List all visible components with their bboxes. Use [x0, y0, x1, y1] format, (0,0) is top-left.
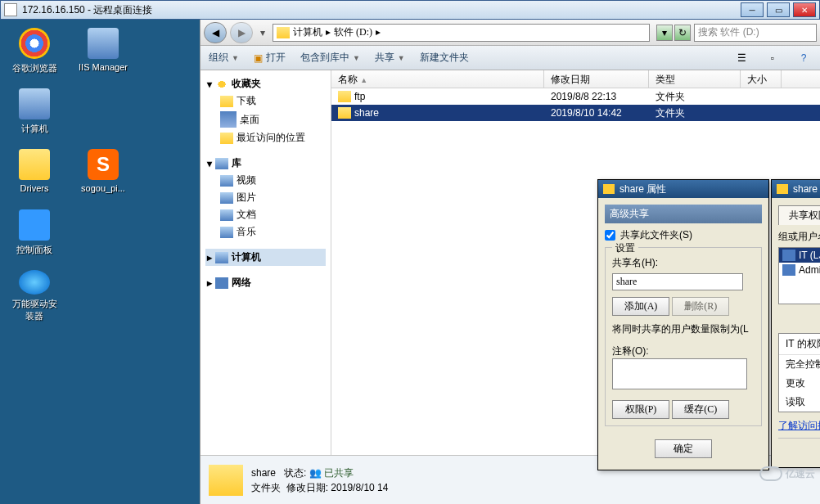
- perm-row-change: 更改: [779, 374, 820, 393]
- toolbar-new-folder[interactable]: 新建文件夹: [420, 51, 469, 65]
- permissions-dialog: share 的权限 共享权限 组或用户名(G): IT (LJQ\IT) Adm…: [771, 179, 820, 468]
- col-type[interactable]: 类型: [649, 70, 741, 88]
- status-state-value: 已共享: [324, 467, 354, 479]
- tree-pictures[interactable]: 图片: [205, 189, 326, 206]
- address-dropdown[interactable]: ▾: [656, 25, 673, 41]
- help-button[interactable]: ?: [795, 50, 812, 66]
- desktop-icon-sogou[interactable]: Ssogou_pi...: [77, 149, 129, 201]
- rdp-icon: [4, 3, 17, 16]
- desktop-icon-computer[interactable]: 计算机: [8, 88, 61, 141]
- status-state-label: 状态:: [284, 467, 306, 479]
- advanced-sharing-dialog: share 属性 高级共享 共享此文件夹(S) 设置 共享名(H): 添加(A)…: [597, 179, 769, 470]
- toolbar-include-lib[interactable]: 包含到库中▼: [300, 51, 360, 65]
- file-row-share[interactable]: share 2019/8/10 14:42 文件夹: [331, 105, 820, 121]
- nav-history-dropdown[interactable]: ▾: [256, 25, 269, 40]
- learn-more-link[interactable]: 了解访问控制和权限: [778, 419, 820, 433]
- user-row-it[interactable]: IT (LJQ\IT): [779, 248, 820, 263]
- perm-row-full-control: 完全控制: [779, 355, 820, 374]
- share-name-label: 共享名(H):: [612, 256, 755, 270]
- col-name[interactable]: 名称 ▲: [331, 70, 544, 88]
- comment-label: 注释(O):: [612, 344, 755, 358]
- breadcrumb-segment-drive[interactable]: 软件 (D:): [334, 25, 372, 39]
- watermark: 亿速云: [759, 466, 815, 481]
- perm-tab-share[interactable]: 共享权限: [778, 205, 820, 225]
- col-size[interactable]: 大小: [741, 70, 782, 88]
- tree-downloads[interactable]: 下载: [205, 92, 326, 110]
- toolbar-open[interactable]: ▣打开: [254, 51, 286, 65]
- status-folder-icon: [209, 465, 243, 496]
- refresh-button[interactable]: ↻: [674, 25, 691, 41]
- perm-dialog-title-bar[interactable]: share 的权限: [772, 180, 820, 198]
- explorer-tree[interactable]: ▾收藏夹 下载 桌面 最近访问的位置 ▾库 视频 图片 文档 音乐 ▸计算机 ▸…: [200, 70, 331, 455]
- perm-dialog-title: share 的权限: [793, 182, 820, 196]
- comment-textarea[interactable]: [612, 358, 747, 389]
- status-type: 文件夹: [251, 482, 281, 493]
- tree-favorites[interactable]: ▾收藏夹: [205, 75, 326, 92]
- breadcrumb-segment-computer[interactable]: 计算机: [293, 25, 322, 39]
- tree-computer[interactable]: ▸计算机: [205, 249, 326, 266]
- nav-forward-button[interactable]: ▶: [230, 22, 253, 43]
- preview-pane-button[interactable]: ▫: [764, 50, 781, 66]
- rdp-title: 172.16.16.150 - 远程桌面连接: [22, 3, 741, 17]
- rdp-title-bar: 172.16.16.150 - 远程桌面连接 ─ ▭ ✕: [0, 0, 820, 20]
- tree-recent[interactable]: 最近访问的位置: [205, 129, 326, 146]
- col-date[interactable]: 修改日期: [544, 70, 649, 88]
- adv-ok-button[interactable]: 确定: [655, 439, 712, 458]
- folder-icon: [338, 91, 351, 102]
- folder-icon: [338, 107, 351, 119]
- folder-icon: [603, 184, 615, 194]
- minimize-button[interactable]: ─: [741, 2, 764, 17]
- permissions-button[interactable]: 权限(P): [612, 400, 669, 419]
- folder-icon: [277, 27, 290, 38]
- adv-sub-title: 高级共享: [605, 205, 762, 223]
- toolbar-organize[interactable]: 组织▼: [209, 51, 239, 65]
- user-list[interactable]: IT (LJQ\IT) Administrators (LJQ\Administ…: [778, 247, 820, 304]
- share-checkbox-input[interactable]: [605, 230, 615, 241]
- desktop-icon-iis[interactable]: IIS Manager: [77, 28, 129, 80]
- status-date-value: 2019/8/10 14: [331, 482, 388, 493]
- status-date-label: 修改日期:: [286, 482, 328, 493]
- explorer-window: ◀ ▶ ▾ 计算机 ▸ 软件 (D:) ▸ ▾ ↻ 搜索 软件 (D:) 组织▼…: [200, 20, 820, 504]
- tree-libraries[interactable]: ▾库: [205, 155, 326, 172]
- explorer-address-bar: ◀ ▶ ▾ 计算机 ▸ 软件 (D:) ▸ ▾ ↻ 搜索 软件 (D:): [200, 20, 820, 46]
- group-user-label: 组或用户名(G):: [778, 230, 820, 244]
- group-icon: [782, 250, 795, 261]
- status-name: share: [251, 467, 276, 479]
- tree-documents[interactable]: 文档: [205, 206, 326, 223]
- search-placeholder: 搜索 软件 (D:): [698, 25, 759, 39]
- maximize-button[interactable]: ▭: [767, 2, 790, 17]
- adv-dialog-title-bar[interactable]: share 属性: [598, 180, 768, 198]
- group-icon: [782, 264, 795, 276]
- cloud-icon: [759, 466, 782, 481]
- address-box[interactable]: 计算机 ▸ 软件 (D:) ▸: [273, 24, 650, 42]
- search-box[interactable]: 搜索 软件 (D:): [694, 24, 817, 42]
- toolbar-share[interactable]: 共享▼: [375, 51, 405, 65]
- desktop-icon-drivers[interactable]: Drivers: [8, 149, 61, 201]
- window-buttons: ─ ▭ ✕: [741, 2, 816, 17]
- user-row-administrators[interactable]: Administrators (LJQ\Administrators): [779, 263, 820, 277]
- desktop-icon-chrome[interactable]: 谷歌浏览器: [8, 28, 61, 80]
- tree-music[interactable]: 音乐: [205, 223, 326, 241]
- remote-desktop[interactable]: 谷歌浏览器 IIS Manager 计算机 Drivers Ssogou_pi.…: [0, 20, 200, 504]
- tree-desktop[interactable]: 桌面: [205, 110, 326, 129]
- tree-videos[interactable]: 视频: [205, 172, 326, 189]
- close-button[interactable]: ✕: [793, 2, 816, 17]
- limit-label: 将同时共享的用户数量限制为(L: [612, 322, 755, 336]
- settings-group: 设置 共享名(H): 添加(A) 删除(R) 将同时共享的用户数量限制为(L 注…: [605, 247, 762, 426]
- tree-network[interactable]: ▸网络: [205, 274, 326, 291]
- share-checkbox[interactable]: 共享此文件夹(S): [605, 228, 762, 242]
- share-name-input[interactable]: [612, 273, 743, 290]
- cache-button[interactable]: 缓存(C): [672, 400, 729, 419]
- file-row-ftp[interactable]: ftp 2019/8/8 22:13 文件夹: [331, 88, 820, 105]
- remove-share-button[interactable]: 删除(R): [672, 297, 729, 316]
- explorer-toolbar: 组织▼ ▣打开 包含到库中▼ 共享▼ 新建文件夹 ☰ ▫ ?: [200, 46, 820, 70]
- perm-for-label: IT 的权限(P): [786, 337, 820, 351]
- perm-row-read: 读取: [779, 393, 820, 412]
- nav-back-button[interactable]: ◀: [204, 22, 227, 43]
- column-headers: 名称 ▲ 修改日期 类型 大小: [331, 70, 820, 88]
- add-share-button[interactable]: 添加(A): [612, 297, 669, 316]
- view-options-button[interactable]: ☰: [733, 50, 750, 66]
- desktop-icon-driver-pack[interactable]: 万能驱动安装器: [8, 270, 61, 322]
- folder-icon: [777, 184, 788, 194]
- desktop-icon-control-panel[interactable]: 控制面板: [8, 209, 61, 262]
